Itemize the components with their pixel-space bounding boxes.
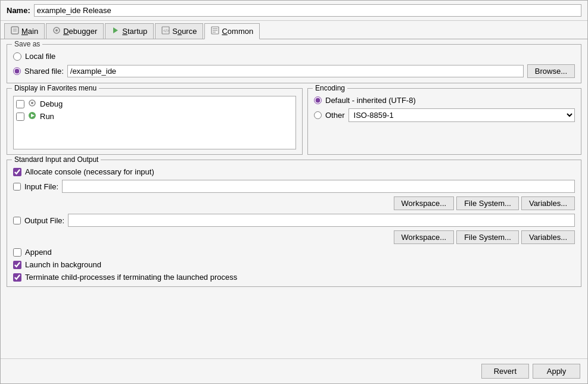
shared-file-radio[interactable]: [13, 67, 21, 75]
fav-debug-label[interactable]: Debug: [40, 99, 63, 108]
tab-debugger-label: Debugger: [63, 27, 97, 36]
launch-bg-row: Launch in background: [13, 260, 575, 269]
standard-io-section: Standard Input and Output Allocate conso…: [7, 160, 581, 287]
tab-main[interactable]: Main: [4, 23, 45, 39]
fav-run-item: Run: [16, 111, 293, 121]
tab-debugger[interactable]: Debugger: [46, 23, 104, 39]
output-variables-button[interactable]: Variables...: [521, 230, 575, 244]
terminate-row: Terminate child-processes if terminating…: [13, 273, 575, 282]
terminate-label[interactable]: Terminate child-processes if terminating…: [25, 273, 237, 282]
encoding-default-row: Default - inherited (UTF-8): [314, 93, 575, 105]
output-filesystem-button[interactable]: File System...: [456, 230, 519, 244]
favorites-encoding-row: Display in Favorites menu Debug: [7, 88, 581, 155]
input-file-checkbox[interactable]: [13, 183, 21, 191]
launch-config-dialog: Name: Main Debugger Startup </> Sou: [0, 0, 588, 384]
fav-run-checkbox[interactable]: [16, 113, 24, 121]
encoding-other-row: Other ISO-8859-1: [314, 108, 575, 122]
launch-bg-label[interactable]: Launch in background: [25, 260, 101, 269]
output-workspace-button[interactable]: Workspace...: [394, 230, 455, 244]
encoding-default-radio[interactable]: [314, 96, 322, 104]
common-icon: [211, 26, 219, 36]
input-filesystem-button[interactable]: File System...: [456, 196, 519, 210]
tab-startup[interactable]: Startup: [105, 23, 154, 39]
local-file-radio[interactable]: [13, 52, 21, 61]
revert-button[interactable]: Revert: [481, 364, 529, 379]
output-file-buttons: Workspace... File System... Variables...: [13, 230, 575, 244]
browse-button[interactable]: Browse...: [527, 64, 575, 78]
tab-common[interactable]: Common: [204, 23, 260, 39]
shared-file-input[interactable]: [67, 65, 524, 77]
tab-source-label: Source: [172, 27, 197, 36]
shared-file-row: Shared file: Browse...: [13, 64, 575, 78]
allocate-console-checkbox[interactable]: [13, 168, 21, 176]
svg-point-13: [31, 102, 33, 104]
std-io-content: Allocate console (necessary for input) I…: [13, 165, 575, 282]
save-as-content: Local file Shared file: Browse...: [13, 49, 575, 78]
encoding-other-label[interactable]: Other: [325, 111, 345, 120]
tab-main-label: Main: [21, 27, 38, 36]
favorites-legend: Display in Favorites menu: [12, 84, 99, 92]
std-io-legend: Standard Input and Output: [12, 155, 101, 164]
fav-debug-item: Debug: [16, 99, 293, 109]
run-icon: [28, 111, 36, 121]
tab-common-label: Common: [222, 27, 253, 36]
debug-icon: [28, 99, 36, 109]
append-row: Append: [13, 248, 575, 257]
output-file-label[interactable]: Output File:: [24, 216, 64, 225]
allocate-console-row: Allocate console (necessary for input): [13, 167, 575, 176]
startup-icon: [111, 26, 120, 36]
svg-point-4: [55, 29, 58, 32]
encoding-legend: Encoding: [313, 84, 347, 92]
fav-run-label[interactable]: Run: [40, 112, 54, 121]
input-file-buttons: Workspace... File System... Variables...: [13, 196, 575, 210]
encoding-other-radio[interactable]: [314, 111, 322, 119]
input-file-label[interactable]: Input File:: [24, 182, 58, 191]
name-label: Name:: [7, 6, 30, 15]
favorites-section: Display in Favorites menu Debug: [7, 88, 303, 155]
name-row: Name:: [1, 1, 587, 21]
svg-marker-5: [113, 27, 118, 33]
launch-bg-checkbox[interactable]: [13, 261, 21, 269]
main-icon: [11, 26, 19, 36]
output-file-input[interactable]: [68, 214, 575, 227]
encoding-select[interactable]: ISO-8859-1: [349, 108, 575, 122]
allocate-console-label[interactable]: Allocate console (necessary for input): [25, 167, 154, 176]
output-file-row: Output File:: [13, 214, 575, 227]
save-as-legend: Save as: [12, 40, 42, 48]
tab-startup-label: Startup: [122, 27, 147, 36]
append-checkbox[interactable]: [13, 248, 21, 257]
tabs-bar: Main Debugger Startup </> Source Common: [1, 21, 587, 39]
debugger-icon: [52, 26, 61, 36]
tab-source[interactable]: </> Source: [155, 23, 203, 39]
svg-text:</>: </>: [163, 29, 169, 33]
terminate-checkbox[interactable]: [13, 273, 21, 282]
encoding-section: Encoding Default - inherited (UTF-8) Oth…: [307, 88, 581, 155]
local-file-row: Local file: [13, 52, 575, 61]
save-as-section: Save as Local file Shared file: Browse..…: [7, 44, 581, 83]
shared-file-label[interactable]: Shared file:: [24, 67, 64, 76]
bottom-bar: Revert Apply: [1, 358, 587, 383]
input-file-row: Input File:: [13, 180, 575, 193]
dialog-content: Save as Local file Shared file: Browse..…: [1, 39, 587, 358]
output-file-checkbox[interactable]: [13, 217, 21, 224]
append-label[interactable]: Append: [25, 248, 52, 257]
favorites-list: Debug Run: [13, 96, 296, 149]
local-file-label[interactable]: Local file: [25, 52, 55, 61]
svg-rect-0: [11, 27, 18, 34]
name-input[interactable]: [34, 4, 581, 17]
source-icon: </>: [161, 26, 170, 36]
input-variables-button[interactable]: Variables...: [521, 196, 575, 210]
input-workspace-button[interactable]: Workspace...: [394, 196, 455, 210]
apply-button[interactable]: Apply: [533, 364, 580, 379]
fav-debug-checkbox[interactable]: [16, 100, 24, 108]
encoding-default-label[interactable]: Default - inherited (UTF-8): [325, 96, 416, 105]
input-file-input[interactable]: [62, 180, 575, 193]
